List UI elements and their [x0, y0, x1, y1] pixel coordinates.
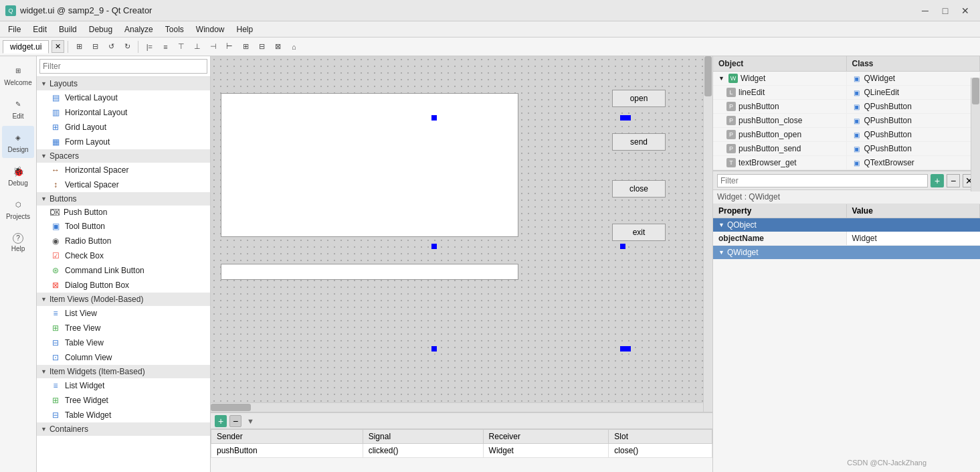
menu-help[interactable]: Help: [231, 23, 259, 35]
signal-row-0[interactable]: pushButton clicked() Widget close(): [211, 444, 712, 458]
sidebar-item-help[interactable]: ? Help: [2, 226, 34, 258]
handle-mr[interactable]: [620, 244, 625, 249]
tree-item-grid-layout[interactable]: ⊞ Grid Layout: [37, 120, 210, 135]
toolbar-btn-11[interactable]: ⊞: [238, 40, 253, 54]
prop-row-objectname[interactable]: objectName Widget: [713, 232, 980, 246]
tree-item-tool-button[interactable]: ▣ Tool Button: [37, 219, 210, 234]
tree-item-table-widget[interactable]: ⊟ Table Widget: [37, 408, 210, 422]
toolbar-btn-9[interactable]: ⊣: [206, 40, 221, 54]
scrollbar-thumb-v[interactable]: [704, 56, 712, 96]
handle-tl[interactable]: [431, 115, 437, 121]
sidebar-item-design[interactable]: ◈ Design: [2, 126, 34, 158]
section-buttons[interactable]: ▼ Buttons: [37, 192, 210, 206]
minimize-button[interactable]: ─: [916, 4, 935, 17]
toolbar-btn-5[interactable]: |=: [142, 40, 157, 54]
tree-item-check-box[interactable]: ☑ Check Box: [37, 248, 210, 263]
design-canvas[interactable]: open send close exit: [211, 56, 712, 412]
obj-row-widget[interactable]: ▼ W Widget ▣ QWidget: [713, 72, 980, 86]
column-view-icon: ⊡: [50, 352, 61, 363]
section-layouts[interactable]: ▼ Layouts: [37, 77, 210, 90]
toolbar-btn-12[interactable]: ⊟: [254, 40, 269, 54]
obj-row-pushbutton[interactable]: P pushButton ▣ QPushButton: [713, 100, 980, 114]
menu-analyze[interactable]: Analyze: [119, 23, 159, 35]
tree-item-dialog-button-box[interactable]: ⊠ Dialog Button Box: [37, 278, 210, 293]
tree-item-tree-widget[interactable]: ⊞ Tree Widget: [37, 393, 210, 408]
canvas-scrollbar-vertical[interactable]: [703, 56, 712, 412]
handle-br[interactable]: [620, 346, 625, 351]
tree-item-command-link[interactable]: ⊛ Command Link Button: [37, 263, 210, 278]
toolbar-btn-8[interactable]: ⊥: [190, 40, 205, 54]
toolbar-btn-14[interactable]: ⌂: [286, 40, 301, 54]
sidebar-item-welcome[interactable]: ⊞ Welcome: [2, 59, 34, 91]
obj-row-pushbutton-send[interactable]: P pushButton_send ▣ QPushButton: [713, 142, 980, 156]
sidebar-item-edit[interactable]: ✎ Edit: [2, 92, 34, 125]
section-item-widgets[interactable]: ▼ Item Widgets (Item-Based): [37, 365, 210, 378]
obj-inspector-scrollbar-thumb[interactable]: [972, 78, 979, 104]
canvas-scrollbar-horizontal[interactable]: [211, 402, 703, 412]
obj-inspector-scrollbar[interactable]: [971, 78, 980, 191]
button-close[interactable]: close: [612, 180, 666, 198]
signal-add-button[interactable]: +: [215, 415, 227, 427]
close-button[interactable]: ✕: [956, 4, 975, 17]
section-spacers[interactable]: ▼ Spacers: [37, 149, 210, 163]
obj-row-pushbutton-open[interactable]: P pushButton_open ▣ QPushButton: [713, 128, 980, 142]
signal-delete-button[interactable]: −: [229, 415, 241, 427]
prop-section-qobject[interactable]: ▼ QObject: [713, 218, 980, 232]
tree-item-list-widget[interactable]: ≡ List Widget: [37, 378, 210, 393]
handle-ml[interactable]: [431, 244, 437, 249]
object-inspector: Object Class ▼ W Widget ▣ QWidget: [713, 56, 980, 171]
tree-item-v-spacer[interactable]: ↕ Vertical Spacer: [37, 177, 210, 192]
tree-item-list-view[interactable]: ≡ List View: [37, 306, 210, 321]
toolbar-btn-10[interactable]: ⊢: [222, 40, 237, 54]
tree-item-tree-view[interactable]: ⊞ Tree View: [37, 321, 210, 335]
menu-window[interactable]: Window: [191, 23, 230, 35]
sidebar-item-debug[interactable]: 🐞 Debug: [2, 159, 34, 191]
file-tab[interactable]: widget.ui: [3, 40, 49, 54]
toolbar-btn-3[interactable]: ↺: [104, 40, 118, 54]
prop-filter-input[interactable]: [717, 174, 928, 187]
button-open[interactable]: open: [612, 90, 666, 107]
toolbar-btn-2[interactable]: ⊟: [88, 40, 102, 54]
button-exit[interactable]: exit: [612, 224, 666, 241]
sidebar-item-projects[interactable]: ⬡ Projects: [2, 193, 34, 225]
handle-bc[interactable]: [625, 346, 631, 351]
menu-edit[interactable]: Edit: [27, 23, 52, 35]
tree-item-push-button[interactable]: OK Push Button: [37, 206, 210, 219]
menu-tools[interactable]: Tools: [160, 23, 189, 35]
toolbar-btn-6[interactable]: ≡: [158, 40, 173, 54]
tree-item-vertical-layout[interactable]: ▤ Vertical Layout: [37, 90, 210, 105]
toolbar-btn-7[interactable]: ⊤: [174, 40, 189, 54]
text-browser-widget[interactable]: [221, 93, 518, 237]
obj-cell-widget-name: ▼ W Widget: [713, 72, 847, 85]
close-tab-button[interactable]: ✕: [52, 40, 64, 53]
widget-filter-input[interactable]: [39, 59, 207, 74]
toolbar-btn-4[interactable]: ↻: [120, 40, 134, 54]
toolbar-btn-13[interactable]: ⊠: [270, 40, 285, 54]
sidebar-label-projects: Projects: [6, 213, 30, 220]
toolbar-btn-1[interactable]: ⊞: [72, 40, 86, 54]
prop-filter-add-button[interactable]: +: [930, 174, 944, 187]
obj-row-textbrowser[interactable]: T textBrowser_get ▣ QTextBrowser: [713, 156, 980, 170]
prop-filter-minus-button[interactable]: −: [947, 174, 960, 187]
line-edit-widget[interactable]: [221, 264, 518, 280]
scrollbar-thumb-h[interactable]: [211, 404, 251, 411]
handle-bl[interactable]: [431, 346, 437, 351]
tree-item-horizontal-layout[interactable]: ▥ Horizontal Layout: [37, 105, 210, 120]
tree-item-radio-button[interactable]: ◉ Radio Button: [37, 234, 210, 248]
handle-tc[interactable]: [625, 115, 631, 121]
tree-item-h-spacer[interactable]: ↔ Horizontal Spacer: [37, 163, 210, 177]
section-containers[interactable]: ▼ Containers: [37, 422, 210, 436]
tree-item-form-layout[interactable]: ▦ Form Layout: [37, 135, 210, 149]
section-item-views[interactable]: ▼ Item Views (Model-Based): [37, 293, 210, 306]
menu-debug[interactable]: Debug: [84, 23, 118, 35]
menu-build[interactable]: Build: [54, 23, 82, 35]
tree-item-column-view[interactable]: ⊡ Column View: [37, 350, 210, 365]
prop-section-qwidget[interactable]: ▼ QWidget: [713, 246, 980, 259]
handle-tr[interactable]: [620, 115, 625, 121]
obj-row-pushbutton-close[interactable]: P pushButton_close ▣ QPushButton: [713, 114, 980, 128]
obj-row-lineedit[interactable]: L lineEdit ▣ QLineEdit: [713, 86, 980, 100]
maximize-button[interactable]: □: [936, 4, 955, 17]
button-send[interactable]: send: [612, 133, 666, 151]
menu-file[interactable]: File: [3, 23, 26, 35]
tree-item-table-view[interactable]: ⊟ Table View: [37, 335, 210, 350]
